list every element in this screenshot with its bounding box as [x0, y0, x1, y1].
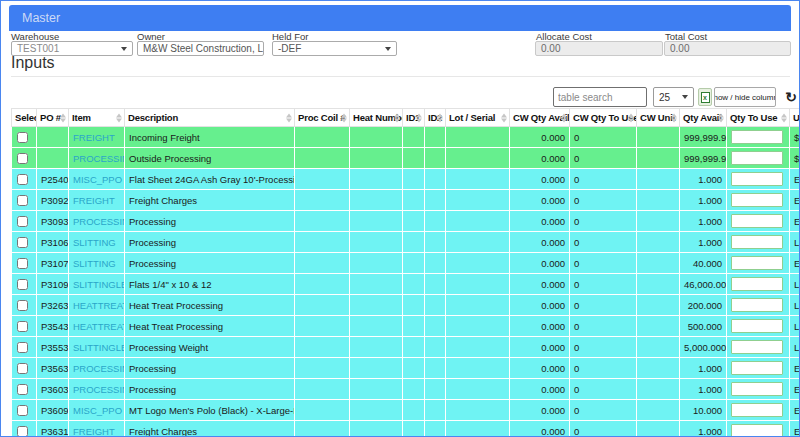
col-header-id2[interactable]: ID2	[425, 109, 446, 127]
col-header-item[interactable]: Item	[69, 109, 125, 127]
cw_unit-cell	[637, 379, 680, 400]
qty_avail-value: 1.000	[698, 195, 722, 206]
excel-export-button[interactable]: x	[698, 88, 712, 106]
table-row: P3543-1HEATTREATHeat Treat Processing0.0…	[12, 316, 800, 337]
description-value: Processing	[129, 384, 176, 395]
row-select-checkbox[interactable]	[17, 195, 28, 206]
col-header-proc_coil[interactable]: Proc Coil #	[295, 109, 350, 127]
item-value[interactable]: HEATTREAT	[73, 321, 125, 332]
item-value[interactable]: FREIGHT	[73, 132, 115, 143]
table-header-row: SelectPO #ItemDescriptionProc Coil #Heat…	[12, 109, 800, 127]
qty-to-use-input[interactable]	[731, 277, 783, 291]
row-select-checkbox[interactable]	[17, 174, 28, 185]
sort-icon[interactable]	[116, 113, 122, 122]
qty-to-use-input[interactable]	[731, 193, 783, 207]
item-value[interactable]: PROCESSING	[73, 384, 125, 395]
col-header-uom[interactable]: U	[790, 109, 800, 127]
sort-icon[interactable]	[561, 113, 567, 122]
item-cell: MISC_PPO	[69, 400, 125, 421]
show-hide-columns-button[interactable]: Show / hide columns	[714, 87, 776, 107]
col-header-qty_avail[interactable]: Qty Avail	[680, 109, 727, 127]
qty-to-use-input[interactable]	[731, 403, 783, 417]
col-header-id1[interactable]: ID1	[403, 109, 425, 127]
item-value[interactable]: FREIGHT	[73, 195, 115, 206]
sort-icon[interactable]	[60, 113, 66, 122]
po-value: P2540-2	[41, 174, 69, 185]
qty-to-use-input[interactable]	[731, 214, 783, 228]
col-header-cw_unit[interactable]: CW Unit	[637, 109, 680, 127]
col-header-qty_to_use[interactable]: Qty To Use	[727, 109, 790, 127]
id1-cell	[403, 316, 425, 337]
item-value[interactable]: HEATTREAT	[73, 300, 125, 311]
cw_qty_to_use-value: 0	[574, 384, 579, 395]
proc_coil-cell	[295, 232, 350, 253]
sort-icon[interactable]	[628, 113, 634, 122]
item-value[interactable]: SLITTING	[73, 237, 116, 248]
row-select-checkbox[interactable]	[17, 321, 28, 332]
heat_number-cell	[350, 358, 403, 379]
item-value[interactable]: SLITTINGLBS	[73, 279, 125, 290]
row-select-checkbox[interactable]	[17, 426, 28, 437]
col-header-description[interactable]: Description	[125, 109, 295, 127]
qty-to-use-input[interactable]	[731, 424, 783, 437]
row-select-checkbox[interactable]	[17, 258, 28, 269]
row-select-checkbox[interactable]	[17, 363, 28, 374]
cw_unit-cell	[637, 421, 680, 437]
cw_qty_to_use-cell: 0	[570, 127, 637, 148]
sort-icon[interactable]	[286, 113, 292, 122]
sort-icon[interactable]	[437, 113, 443, 122]
row-select-checkbox[interactable]	[17, 237, 28, 248]
item-value[interactable]: PROCESSING	[73, 153, 125, 164]
row-select-checkbox[interactable]	[17, 153, 28, 164]
description-value: Flat Sheet 24GA Ash Gray 10'-Processing	[129, 174, 295, 185]
row-select-checkbox[interactable]	[17, 384, 28, 395]
item-value[interactable]: MISC_PPO	[73, 405, 122, 416]
row-select-checkbox[interactable]	[17, 342, 28, 353]
col-header-po[interactable]: PO #	[37, 109, 69, 127]
qty-to-use-input[interactable]	[731, 256, 783, 270]
qty-to-use-input[interactable]	[731, 130, 783, 144]
row-select-checkbox[interactable]	[17, 216, 28, 227]
col-header-heat_number[interactable]: Heat Number	[350, 109, 403, 127]
row-select-checkbox[interactable]	[17, 279, 28, 290]
qty-to-use-input[interactable]	[731, 382, 783, 396]
description-cell: Processing Weight	[125, 337, 295, 358]
cw_qty_to_use-cell: 0	[570, 316, 637, 337]
row-select-checkbox[interactable]	[17, 132, 28, 143]
item-value[interactable]: PROCESSING	[73, 216, 125, 227]
sort-icon[interactable]	[718, 113, 724, 122]
item-value[interactable]: FREIGHT	[73, 426, 115, 437]
item-value[interactable]: SLITTING	[73, 258, 116, 269]
qty-to-use-input[interactable]	[731, 235, 783, 249]
held-for-select[interactable]: -DEF	[272, 41, 397, 56]
sort-icon[interactable]	[501, 113, 507, 122]
qty-to-use-input[interactable]	[731, 319, 783, 333]
qty-to-use-input[interactable]	[731, 151, 783, 165]
sort-icon[interactable]	[416, 113, 422, 122]
heat_number-cell	[350, 148, 403, 169]
col-header-lot_serial[interactable]: Lot / Serial	[446, 109, 510, 127]
table-row: P3093-1PROCESSINGProcessing0.00001.000E	[12, 211, 800, 232]
row-select-checkbox[interactable]	[17, 300, 28, 311]
item-value[interactable]: SLITTINGLBS	[73, 342, 125, 353]
page-size-select[interactable]: 25	[653, 87, 694, 107]
table-search-input[interactable]	[553, 87, 647, 107]
heat_number-cell	[350, 169, 403, 190]
refresh-button[interactable]: ↻	[782, 87, 800, 107]
row-select-checkbox[interactable]	[17, 405, 28, 416]
qty-to-use-input[interactable]	[731, 172, 783, 186]
id1-cell	[403, 274, 425, 295]
qty-to-use-input[interactable]	[731, 340, 783, 354]
col-header-cw_qty_avail[interactable]: CW Qty Avail	[510, 109, 570, 127]
qty-to-use-input[interactable]	[731, 298, 783, 312]
sort-icon[interactable]	[781, 113, 787, 122]
sort-icon[interactable]	[341, 113, 347, 122]
item-value[interactable]: MISC_PPO	[73, 174, 122, 185]
item-value[interactable]: PROCESSING	[73, 363, 125, 374]
sort-icon[interactable]	[671, 113, 677, 122]
lot_serial-cell	[446, 379, 510, 400]
owner-select[interactable]: M&W Steel Construction, LLC.	[137, 41, 264, 56]
col-header-cw_qty_to_use[interactable]: CW Qty To Use	[570, 109, 637, 127]
qty-to-use-input[interactable]	[731, 361, 783, 375]
sort-icon[interactable]	[394, 113, 400, 122]
